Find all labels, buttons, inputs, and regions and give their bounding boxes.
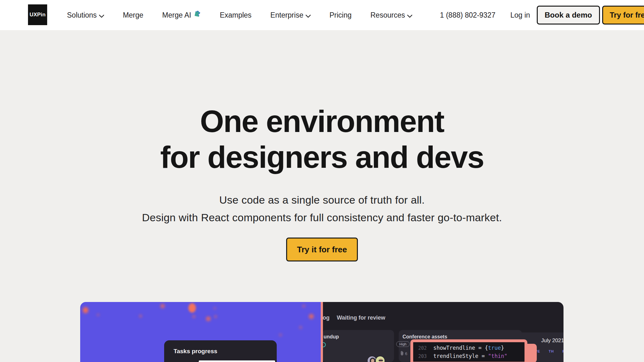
- nav-item-merge[interactable]: Merge: [123, 11, 143, 19]
- product-preview-image: Tasks progress og Waiting for review und…: [80, 302, 564, 362]
- code-text: onLoad = {set interaction}: [433, 360, 517, 362]
- nav-item-merge-ai[interactable]: Merge AI: [162, 11, 201, 19]
- nav-item-label: Pricing: [330, 11, 352, 19]
- book-demo-button[interactable]: Book a demo: [537, 6, 600, 25]
- preview-design-canvas: Tasks progress: [80, 302, 321, 362]
- nav-item-resources[interactable]: Resources: [370, 10, 412, 20]
- code-text: trendlineStyle =: [433, 352, 488, 360]
- nav-menu: Solutions Merge Merge AI Examples Enterp…: [67, 0, 412, 30]
- page-title-line2: for designers and devs: [160, 140, 484, 174]
- code-line-number: 204: [418, 361, 433, 362]
- nav-item-examples[interactable]: Examples: [220, 11, 252, 19]
- tasks-progress-bar: [199, 360, 275, 362]
- puzzle-piece-icon: [192, 9, 202, 20]
- code-line: 203 trendlineStyle = "thin": [418, 352, 525, 360]
- kanban-column-waiting-for-review: Waiting for review: [337, 315, 385, 321]
- try-it-for-free-button[interactable]: Try it for free: [286, 238, 358, 261]
- attachment-count: 6: [400, 351, 407, 356]
- login-link[interactable]: Log in: [510, 0, 530, 30]
- code-text: showTrendline = {: [433, 344, 488, 352]
- code-token: "thin": [488, 352, 507, 360]
- avatar: [375, 356, 385, 362]
- chevron-down-icon: [99, 11, 104, 20]
- nav-item-label: Examples: [220, 11, 252, 19]
- uxpin-logo[interactable]: UXPin: [28, 4, 47, 25]
- uxpin-logo-text: UXPin: [30, 12, 46, 18]
- code-line: 202 showTrendline = {true}: [418, 344, 525, 352]
- code-text: }: [501, 344, 504, 352]
- code-line-number: 203: [418, 353, 433, 360]
- paperclip-icon: [400, 351, 404, 356]
- page-title: One environment for designers and devs: [0, 104, 644, 175]
- try-for-free-button[interactable]: Try for free: [602, 6, 644, 25]
- tasks-progress-title: Tasks progress: [174, 348, 217, 355]
- page-title-line1: One environment: [200, 104, 444, 139]
- top-navigation: UXPin Solutions Merge Merge AI Examples …: [0, 0, 644, 30]
- chevron-down-icon: [306, 11, 311, 20]
- tasks-progress-card: Tasks progress: [164, 340, 277, 362]
- attachment-count-value: 6: [405, 351, 407, 356]
- preview-divider: [321, 302, 323, 362]
- kanban-card-roundup: undup: [322, 330, 394, 362]
- nav-item-label: Resources: [370, 11, 405, 19]
- hero-subtitle-line2: Design with React components for full co…: [142, 211, 502, 223]
- hero-section: One environment for designers and devs U…: [0, 104, 644, 227]
- nav-item-label: Enterprise: [270, 11, 303, 19]
- assignee-avatars: [367, 356, 385, 362]
- nav-item-enterprise[interactable]: Enterprise: [270, 10, 311, 20]
- calendar-weekday-row: WE TH FR: [534, 349, 564, 353]
- calendar-month-label: July 2021: [541, 337, 564, 344]
- kanban-card-title: Conference assets: [402, 334, 447, 340]
- kanban-column-backlog-partial: og: [323, 315, 330, 321]
- priority-badge: High: [396, 341, 410, 347]
- nav-item-label: Merge: [123, 11, 143, 19]
- nav-item-label: Merge AI: [162, 11, 191, 19]
- weekday-label: FR: [562, 349, 564, 353]
- code-line: 204 onLoad = {set interaction}: [418, 360, 525, 362]
- nav-item-pricing[interactable]: Pricing: [330, 11, 352, 19]
- nav-item-label: Solutions: [67, 11, 97, 19]
- chevron-down-icon: [407, 11, 412, 20]
- hero-subtitle: Use code as a single source of truth for…: [0, 191, 644, 227]
- kanban-card-title-partial: undup: [324, 334, 339, 340]
- code-line-number: 202: [418, 344, 433, 352]
- hero-subtitle-line1: Use code as a single source of truth for…: [219, 194, 425, 206]
- code-token: true: [488, 344, 501, 352]
- nav-item-solutions[interactable]: Solutions: [67, 10, 104, 20]
- code-overlay: 202 showTrendline = {true} 203 trendline…: [410, 339, 527, 362]
- weekday-label: TH: [549, 349, 554, 353]
- phone-number-link[interactable]: 1 (888) 802-9327: [440, 0, 495, 30]
